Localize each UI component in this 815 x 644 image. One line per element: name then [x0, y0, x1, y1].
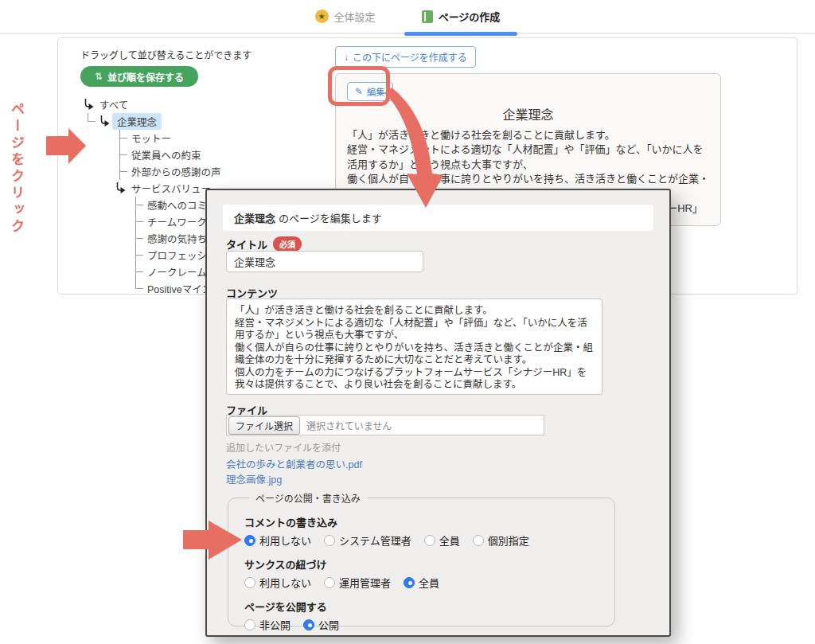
- file-hint: 追加したいファイルを添付: [226, 440, 341, 454]
- down-arrow-icon: ↓: [344, 52, 349, 63]
- tree-guide-line: [80, 146, 96, 163]
- tree-guide-line: [112, 197, 128, 213]
- content-textarea[interactable]: 「人」が活き活きと働ける社会を創ることに貢献します。 経営・マネジメントによる適…: [226, 299, 602, 395]
- tree-guide-line: [80, 113, 96, 130]
- radio-option-label: 利用しない: [259, 575, 311, 590]
- radio-icon[interactable]: [303, 619, 314, 630]
- sort-icon: ⇅: [95, 71, 103, 82]
- radio-option[interactable]: 個別指定: [473, 533, 529, 548]
- tree-guide-line: [80, 247, 96, 263]
- modal-header: 企業理念 のページを編集します: [223, 205, 653, 231]
- radio-option[interactable]: 利用しない: [244, 575, 311, 590]
- tree-guide-line: [80, 163, 96, 180]
- radio-option[interactable]: システム管理者: [324, 533, 411, 548]
- modal-header-text: のページを編集します: [279, 210, 382, 225]
- radio-icon[interactable]: [424, 535, 435, 546]
- tab-label-global-settings: 全体設定: [334, 9, 376, 24]
- attachment-link[interactable]: 会社の歩みと創業者の思い.pdf: [226, 458, 362, 473]
- radio-option-label: 公開: [318, 617, 339, 632]
- tree-guide-line: [128, 247, 144, 263]
- file-status-text: 選択されていません: [306, 419, 392, 432]
- page-title: 企業理念: [347, 104, 709, 123]
- tab-global-settings[interactable]: ★ 全体設定: [294, 0, 396, 33]
- tree-toggle-icon[interactable]: [80, 96, 96, 113]
- tree-item[interactable]: モットー: [80, 130, 319, 146]
- title-input[interactable]: [226, 251, 423, 272]
- tree-guide-line: [112, 130, 128, 146]
- required-badge: 必須: [273, 236, 302, 252]
- attachment-link[interactable]: 理念画像.jpg: [226, 473, 362, 488]
- radio-icon[interactable]: [244, 535, 255, 546]
- tree-guide-line: [96, 230, 112, 247]
- tree-guide-line: [80, 230, 96, 247]
- tree-item[interactable]: すべて: [80, 96, 319, 113]
- tree-guide-line: [128, 197, 144, 213]
- tree-item[interactable]: 外部からの感謝の声: [80, 163, 319, 180]
- title-label-row: タイトル 必須: [226, 236, 302, 252]
- tree-toggle-icon[interactable]: [96, 113, 112, 130]
- tab-bar: ★ 全体設定 ページの作成: [0, 0, 815, 34]
- tree-guide-line: [112, 263, 128, 280]
- tree-item-label[interactable]: 外部からの感謝の声: [128, 163, 224, 180]
- radio-icon[interactable]: [473, 535, 484, 546]
- tree-guide-line: [80, 197, 96, 213]
- tree-guide-line: [128, 263, 144, 280]
- tab-page-creation[interactable]: ページの作成: [401, 0, 521, 33]
- tree-guide-line: [128, 230, 144, 247]
- radio-option[interactable]: 全員: [404, 575, 439, 590]
- tree-guide-line: [80, 130, 96, 146]
- radio-option[interactable]: 利用しない: [244, 533, 311, 548]
- create-page-below-button[interactable]: ↓ この下にページを作成する: [335, 46, 476, 68]
- create-page-below-label: この下にページを作成する: [353, 50, 467, 64]
- tree-guide-line: [112, 247, 128, 263]
- tree-guide-line: [96, 130, 112, 146]
- radio-option[interactable]: 非公開: [244, 617, 291, 632]
- radio-icon[interactable]: [244, 619, 255, 630]
- radio-icon[interactable]: [244, 577, 255, 588]
- page: ★ 全体設定 ページの作成 ドラッグして並び替えることができます ⇅ 並び順を保…: [0, 0, 815, 644]
- edit-page-modal: 企業理念 のページを編集します タイトル 必須 コンテンツ 「人」が活き活きと働…: [205, 189, 671, 637]
- tree-guide-line: [128, 280, 144, 297]
- radio-option-label: 非公開: [259, 617, 291, 632]
- radio-group-label: サンクスの紐づけ: [244, 556, 599, 572]
- radio-option-label: 全員: [439, 533, 460, 548]
- save-order-button[interactable]: ⇅ 並び順を保存する: [80, 66, 198, 87]
- file-input[interactable]: ファイル選択 選択されていません: [226, 415, 544, 435]
- tree-guide-line: [80, 263, 96, 280]
- radio-group: 利用しないシステム管理者全員個別指定: [244, 533, 599, 548]
- radio-icon[interactable]: [324, 577, 335, 588]
- radio-icon[interactable]: [324, 535, 335, 546]
- tree-item-label[interactable]: チームワーク: [144, 213, 210, 230]
- tree-item-label[interactable]: すべて: [96, 96, 131, 113]
- tree-guide-line: [80, 280, 96, 297]
- tree-guide-line: [112, 280, 128, 297]
- radio-group-label: ページを公開する: [244, 599, 599, 614]
- star-icon: ★: [315, 10, 329, 23]
- tree-item[interactable]: 従業員への約束: [80, 146, 319, 163]
- tree-toggle-icon[interactable]: [112, 180, 128, 197]
- tree-item-label[interactable]: 従業員への約束: [128, 146, 205, 163]
- tree-guide-line: [112, 146, 128, 163]
- tree-guide-line: [112, 213, 128, 230]
- page-click-vertical-label: ページをクリック: [6, 102, 26, 236]
- file-select-button[interactable]: ファイル選択: [228, 416, 300, 435]
- tree-item-label[interactable]: 企業理念: [112, 113, 162, 130]
- radio-option[interactable]: 全員: [424, 533, 460, 548]
- radio-option-label: システム管理者: [339, 533, 411, 548]
- edit-button[interactable]: ✎ 編集: [347, 82, 393, 101]
- tree-guide-line: [128, 213, 144, 230]
- edit-button-label: 編集: [367, 85, 385, 98]
- tree-item-label[interactable]: サービスバリュー: [128, 180, 214, 197]
- modal-header-page-name: 企業理念: [234, 210, 275, 225]
- tree-item-label[interactable]: ノークレーム: [144, 263, 210, 280]
- tree-guide-line: [96, 247, 112, 263]
- publish-settings-fieldset: ページの公開・書き込み コメントの書き込み利用しないシステム管理者全員個別指定サ…: [228, 491, 615, 626]
- tree-item[interactable]: 企業理念: [80, 113, 319, 130]
- radio-group: 非公開公開: [244, 617, 599, 632]
- radio-option[interactable]: 公開: [303, 617, 339, 632]
- tree-guide-line: [96, 180, 112, 197]
- radio-option-label: 運用管理者: [339, 575, 391, 590]
- tree-item-label[interactable]: モットー: [128, 130, 174, 146]
- radio-option[interactable]: 運用管理者: [324, 575, 391, 590]
- radio-icon[interactable]: [404, 577, 415, 588]
